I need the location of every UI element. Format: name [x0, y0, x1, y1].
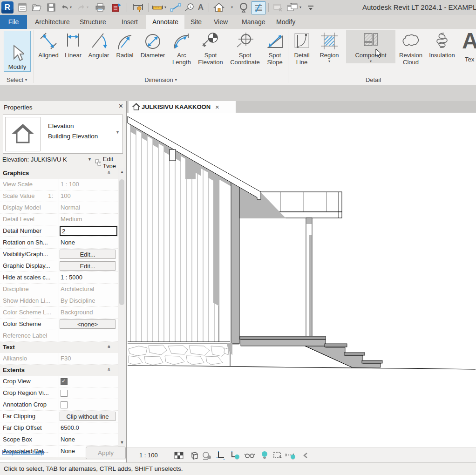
- tool-region[interactable]: Region▾: [316, 30, 343, 63]
- tool-detail-line[interactable]: Detail Line: [290, 30, 314, 66]
- apply-button[interactable]: Apply: [86, 447, 126, 459]
- prop-row-far-clip-offset[interactable]: Far Clip Offset6500.0: [0, 422, 118, 434]
- temporary-hide-isolate-icon[interactable]: [259, 450, 270, 461]
- tool-aligned[interactable]: Aligned: [36, 30, 61, 59]
- crop-region-visible-checkbox[interactable]: [61, 390, 68, 397]
- prop-row-scope-box[interactable]: Scope BoxNone: [0, 434, 118, 446]
- switch-windows-dropdown-icon[interactable]: ▾: [299, 6, 301, 9]
- aligned-dimension-qat-icon[interactable]: [170, 2, 182, 13]
- properties-palette-icon[interactable]: [17, 2, 28, 13]
- select-panel-label[interactable]: Select▾: [2, 75, 32, 84]
- tab-view[interactable]: View: [208, 15, 234, 29]
- tab-manage[interactable]: Manage: [236, 15, 272, 29]
- tab-modify[interactable]: Modify: [270, 15, 301, 29]
- undo-dropdown-icon[interactable]: ▾: [70, 6, 72, 9]
- annotation-crop-checkbox[interactable]: [61, 401, 68, 408]
- section-icon[interactable]: [238, 2, 250, 13]
- graphic-display-edit-button[interactable]: Edit...: [60, 261, 116, 271]
- switch-windows-icon[interactable]: [286, 2, 299, 13]
- visual-style-icon[interactable]: [188, 450, 199, 461]
- properties-footer: Properties help Apply: [0, 446, 126, 460]
- tool-arc-length[interactable]: Arc Length: [169, 30, 195, 66]
- prop-row-rotation[interactable]: Rotation on Sh...None: [0, 237, 118, 249]
- crop-view-icon[interactable]: [215, 450, 226, 461]
- far-clipping-button[interactable]: Clip without line: [60, 412, 116, 421]
- crop-view-checkbox[interactable]: [61, 378, 68, 385]
- measure-icon[interactable]: [151, 2, 164, 13]
- type-family: Elevation: [48, 122, 74, 129]
- modify-button[interactable]: Modify: [4, 31, 31, 72]
- isolate-selection-icon[interactable]: [272, 450, 283, 461]
- measure-dropdown-icon[interactable]: ▾: [164, 6, 166, 9]
- customize-qat-icon[interactable]: [306, 2, 316, 13]
- section-graphics[interactable]: Graphics»: [0, 168, 118, 179]
- sun-path-icon[interactable]: [201, 450, 212, 461]
- reveal-hidden-icon[interactable]: [244, 450, 255, 461]
- tool-diameter[interactable]: Diameter: [138, 30, 168, 59]
- visibility-edit-button[interactable]: Edit...: [60, 250, 116, 259]
- close-icon[interactable]: ×: [119, 102, 123, 110]
- properties-help-link[interactable]: Properties help: [2, 448, 44, 455]
- tool-revision-cloud[interactable]: Revision Cloud: [396, 30, 425, 66]
- svg-text:1: 1: [190, 5, 192, 9]
- detail-line-icon: [292, 30, 311, 50]
- prop-row-detail-number: Detail Number: [0, 225, 118, 237]
- tool-radial[interactable]: Radial: [113, 30, 137, 59]
- tool-spot-slope[interactable]: Spot Slope: [264, 30, 286, 66]
- prop-row-color-scheme-loc: Color Scheme L...Background: [0, 307, 118, 319]
- revit-logo-icon[interactable]: R: [1, 1, 14, 14]
- prop-row-hide-at-scales[interactable]: Hide at scales c...1 : 5000: [0, 272, 118, 284]
- instance-selector-dropdown-icon[interactable]: ▼: [88, 157, 92, 162]
- properties-scrollbar[interactable]: ▲ ▼: [118, 168, 126, 446]
- tab-structure[interactable]: Structure: [74, 15, 112, 29]
- thin-lines-icon[interactable]: [252, 1, 265, 14]
- tool-linear[interactable]: Linear: [61, 30, 85, 59]
- tool-spot-coordinate[interactable]: Spot Coordinate: [226, 30, 264, 66]
- text-qat-icon[interactable]: A: [196, 2, 206, 13]
- control-bar-chevron-icon[interactable]: [300, 450, 311, 461]
- radial-dimension-icon: [116, 30, 134, 50]
- open-icon[interactable]: [31, 2, 43, 13]
- color-scheme-button[interactable]: <none>: [60, 319, 116, 329]
- dimension-panel-label[interactable]: Dimension▾: [34, 75, 288, 84]
- tool-insulation[interactable]: Insulation: [426, 30, 458, 59]
- tool-angular[interactable]: Angular: [86, 30, 112, 59]
- activate-dimensions-icon[interactable]: [130, 2, 145, 13]
- elevation-drawing[interactable]: [127, 113, 476, 448]
- type-selector-dropdown-icon[interactable]: ▼: [116, 130, 120, 135]
- tab-insert[interactable]: Insert: [116, 15, 144, 29]
- detail-panel-label[interactable]: Detail: [288, 75, 459, 84]
- view-scale-control[interactable]: 1 : 100: [139, 452, 158, 459]
- crop-region-visibility-icon[interactable]: [229, 450, 240, 461]
- tag-icon[interactable]: 1: [184, 2, 195, 13]
- drawing-canvas[interactable]: [127, 113, 476, 448]
- text-tool-icon[interactable]: A: [462, 29, 476, 53]
- scroll-down-icon[interactable]: ▼: [118, 438, 126, 446]
- tab-site[interactable]: Site: [184, 15, 208, 29]
- home-dropdown-icon[interactable]: ▾: [231, 6, 233, 9]
- type-selector[interactable]: Elevation Building Elevation ▼: [3, 115, 123, 154]
- print-icon[interactable]: [94, 2, 106, 13]
- detail-number-input[interactable]: [60, 226, 117, 236]
- tab-annotate[interactable]: Annotate: [146, 15, 184, 29]
- prop-row-discipline: DisciplineArchitectural: [0, 284, 118, 295]
- tab-architecture[interactable]: Architecture: [29, 15, 76, 29]
- revit-window: R ▾ ▾ ▾ 1 A ▾: [0, 0, 476, 475]
- section-text[interactable]: Text»: [0, 342, 118, 353]
- displace-elements-icon[interactable]: [285, 450, 296, 461]
- prop-row-alikansio: AlikansioF30: [0, 353, 118, 365]
- scroll-up-icon[interactable]: ▲: [118, 168, 126, 176]
- export-sheet-icon[interactable]: [111, 2, 123, 13]
- tool-spot-elevation[interactable]: Spot Elevation: [196, 30, 225, 66]
- save-icon[interactable]: [46, 2, 57, 13]
- view-tab-close-icon[interactable]: ×: [215, 103, 219, 111]
- scrollbar-thumb[interactable]: [119, 179, 124, 305]
- view-tab[interactable]: JULKISIVU KAAKKOON ×: [129, 101, 236, 113]
- detail-level-icon[interactable]: [173, 450, 184, 461]
- tab-file[interactable]: File: [0, 15, 27, 29]
- section-extents[interactable]: Extents»: [0, 365, 118, 376]
- tool-component[interactable]: Component▾: [346, 30, 395, 63]
- instance-selector[interactable]: Elevation: JULKISIVU K: [2, 156, 67, 163]
- undo-icon[interactable]: [60, 2, 70, 13]
- home-icon[interactable]: [212, 2, 225, 13]
